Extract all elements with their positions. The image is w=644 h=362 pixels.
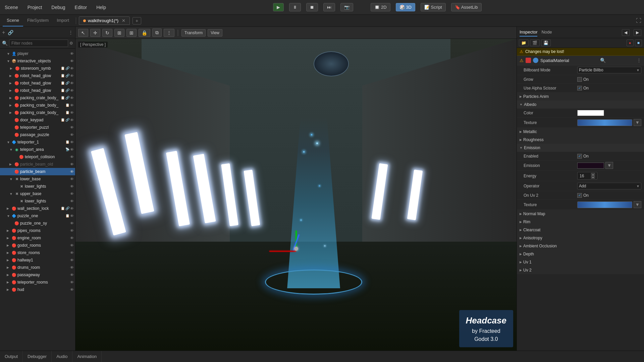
operator-dropdown[interactable]: Add ▼ (577, 183, 641, 189)
tree-item-robot-head-2[interactable]: ▶ 🔴 robot_head_glow 📋🔗👁 (0, 79, 75, 87)
section-clearcoat[interactable]: Clearcoat (517, 226, 644, 234)
emission-header[interactable]: Emission (517, 144, 644, 152)
viewport-canvas[interactable]: [ Perspective ] Headcase by FracteedGodo… (75, 39, 517, 351)
tree-item-passage-puzzle[interactable]: ▶ 🔴 passage_puzzle 👁 (0, 131, 75, 138)
view-button[interactable]: View (208, 29, 222, 37)
tab-close-button[interactable]: ✕ (122, 18, 125, 23)
expand-viewport-button[interactable]: ⛶ (636, 18, 641, 24)
alpha-scissor-checkbox[interactable] (577, 86, 582, 90)
prop-value-energy[interactable]: 16 ▲ ▼ (577, 172, 641, 180)
tab-node[interactable]: Node (541, 28, 552, 37)
prop-value-color[interactable] (577, 110, 641, 116)
link-node-button[interactable]: 🔗 (7, 29, 14, 36)
energy-up[interactable]: ▲ (591, 173, 595, 176)
menu-editor[interactable]: Editor (73, 3, 89, 11)
inspector-scene-button[interactable]: 🎬 (530, 40, 540, 46)
tree-item-lower-base[interactable]: ▼ ✖ lower_base 👁 (0, 175, 75, 183)
section-depth[interactable]: Depth (517, 250, 644, 258)
filter-input[interactable] (9, 40, 68, 47)
tree-item-teleporter-1[interactable]: ▼ 🔷 teleporter_1 📋👁 (0, 138, 75, 146)
inspector-forward-button[interactable]: ▶ (634, 29, 641, 36)
emission-texture-dropdown[interactable]: ▼ (634, 201, 641, 208)
prop-value-albedo-texture[interactable]: ▼ (577, 119, 641, 126)
scene-menu-button[interactable]: ⋮ (68, 29, 74, 36)
tree-item-robot-head-1[interactable]: ▶ 🔴 robot_head_glow 📋🔗👁 (0, 72, 75, 79)
albedo-color-swatch[interactable] (577, 110, 604, 116)
tree-item-puzzle-one-sy[interactable]: ▶ 🔴 puzzle_one_sy 👁 (0, 220, 75, 227)
section-anisotropy[interactable]: Anisotropy (517, 234, 644, 242)
tree-item-player[interactable]: ▼ 👤 player 👁 (0, 50, 75, 57)
tree-item-teleport-area[interactable]: ▼ ◉ teleport_area 📡👁 (0, 146, 75, 153)
step-button[interactable]: ⏭ (323, 3, 335, 11)
section-ambient-occlusion[interactable]: Ambient Occlusion (517, 242, 644, 250)
add-node-button[interactable]: + (1, 29, 6, 36)
prop-value-grow[interactable]: On (577, 77, 641, 82)
inspector-file-button[interactable]: 📁 (519, 40, 529, 46)
grow-checkbox[interactable] (577, 77, 582, 82)
enabled-checkbox[interactable] (577, 154, 582, 159)
tree-item-storeroom-symb[interactable]: ▶ 🔴 storeroom_symb 📋 🔗 👁 (0, 65, 75, 72)
albedo-texture-bar[interactable] (577, 119, 632, 126)
prop-value-operator[interactable]: Add ▼ (577, 183, 641, 189)
on-uv2-checkbox[interactable] (577, 193, 582, 198)
tree-item-puzzle-one[interactable]: ▼ 🔷 puzzle_one 📋👁 (0, 212, 75, 220)
section-particles-anim[interactable]: Particles Anim (517, 93, 644, 101)
move-tool[interactable]: ✛ (90, 29, 100, 37)
tree-item-teleporter-rooms[interactable]: ▶ 🔴 teleporter_rooms 👁 (0, 279, 75, 286)
tree-item-hud[interactable]: ▶ 🔴 hud 👁 (0, 286, 75, 293)
stop-button[interactable]: ⏹ (306, 3, 318, 11)
assetlib-button[interactable]: 🔖 AssetLib (451, 3, 482, 11)
inspector-material-icon[interactable]: ● (627, 40, 634, 46)
inspector-node-icon[interactable]: ■ (635, 40, 642, 46)
play-button[interactable]: ▶ (273, 3, 284, 11)
tab-inspector[interactable]: Inspector (520, 28, 537, 37)
prop-value-emission-texture[interactable]: ▼ (577, 201, 641, 208)
tree-item-packing-2[interactable]: ▶ 🔴 packing_crate_body_ 📋👁 (0, 102, 75, 109)
bottom-tab-animation[interactable]: Animation (72, 351, 102, 362)
tree-item-interactive-objects[interactable]: ▼ 📦 interactive_objects 👁 (0, 57, 75, 65)
tree-item-upper-base[interactable]: ▼ ✖ upper_base 👁 (0, 190, 75, 197)
select-tool[interactable]: ↖ (78, 29, 88, 37)
lock-tool[interactable]: 🔒 (139, 29, 150, 37)
section-normal-map[interactable]: Normal Map (517, 210, 644, 218)
more-tool[interactable]: ⋮ (164, 29, 174, 37)
tab-filesystem[interactable]: FileSystem (23, 15, 53, 26)
tab-import[interactable]: Import (53, 15, 73, 26)
tree-item-particle-beam-old[interactable]: ▶ 🔴 particle_beam_old 👁 (0, 161, 75, 168)
albedo-texture-dropdown[interactable]: ▼ (634, 119, 641, 126)
grid-tool[interactable]: ⊞ (126, 29, 137, 37)
inspector-save-button[interactable]: 💾 (541, 40, 551, 46)
bottom-tab-output[interactable]: Output (0, 351, 23, 362)
material-search-button[interactable]: 🔍 (600, 58, 606, 63)
menu-debug[interactable]: Debug (49, 3, 67, 11)
bottom-tab-audio[interactable]: Audio (52, 351, 72, 362)
section-metallic[interactable]: Metallic (517, 128, 644, 136)
tree-item-engine-room[interactable]: ▶ 🔴 engine_room 👁 (0, 234, 75, 242)
tree-item-teleporter-puzzl[interactable]: ▶ 🔴 teleporter_puzzl 👁 (0, 124, 75, 131)
filter-options-button[interactable]: ⚙ (69, 41, 73, 46)
tree-item-robot-head-3[interactable]: ▶ 🔴 robot_head_glow 📋🔗👁 (0, 87, 75, 94)
tree-item-lower-lights-1[interactable]: ▶ ✖ lower_lights 👁 (0, 183, 75, 190)
rotate-tool[interactable]: ↻ (102, 29, 112, 37)
bottom-tab-debugger[interactable]: Debugger (23, 351, 52, 362)
tree-item-wall-section-lock[interactable]: ▶ 🔴 wall_section_lock 📋🔗👁 (0, 205, 75, 212)
group-tool[interactable]: ⧉ (152, 28, 162, 37)
menu-scene[interactable]: Scene (3, 3, 20, 11)
2d-button[interactable]: 🔲 2D (371, 3, 390, 11)
emission-texture-bar[interactable] (577, 201, 632, 208)
menu-help[interactable]: Help (94, 3, 108, 11)
energy-input[interactable]: 16 ▲ ▼ (577, 172, 597, 180)
section-rim[interactable]: Rim (517, 218, 644, 226)
tree-item-particle-beam[interactable]: ▶ 🔴 particle_beam 👁 (0, 168, 75, 175)
energy-down[interactable]: ▼ (591, 176, 595, 179)
tree-item-door-keypad[interactable]: ▶ 🔴 door_keypad 📋🔗👁 (0, 116, 75, 124)
tree-item-packing-1[interactable]: ▶ 🔴 packing_crate_body_ 📋🔗👁 (0, 94, 75, 102)
prop-value-on-uv2[interactable]: On (577, 193, 641, 198)
tree-item-passageway[interactable]: ▶ 🔴 passageway 👁 (0, 271, 75, 279)
tree-item-godot-rooms[interactable]: ▶ 🔴 godot_rooms 👁 (0, 242, 75, 249)
section-uv1[interactable]: Uv 1 (517, 258, 644, 266)
tree-item-teleport-collision[interactable]: ▶ 🔴 teleport_collision 👁 (0, 153, 75, 161)
scale-tool[interactable]: ⊞ (114, 29, 124, 37)
section-uv2[interactable]: Uv 2 (517, 266, 644, 274)
new-tab-button[interactable]: + (132, 17, 141, 24)
